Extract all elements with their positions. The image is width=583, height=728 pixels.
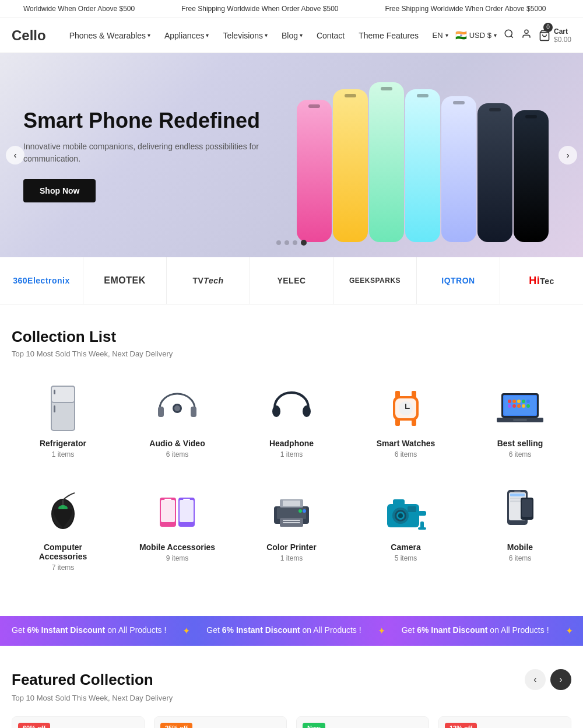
svg-rect-47 [183,499,190,500]
header-right: EN ▾ 🇮🇳 USD $ ▾ 0 Cart $0.00 [433,27,571,44]
announcement-text-2: Free Shipping Worldwide When Order Above… [158,5,361,13]
collection-item-headphone[interactable]: Headphone 1 items [240,376,343,468]
nav-appliances[interactable]: Appliances ▾ [159,26,215,45]
collection-item-camera[interactable]: Camera 5 items [354,480,457,581]
hero-dot-4[interactable] [301,240,307,246]
svg-point-33 [517,404,521,408]
chevron-down-icon: ▾ [445,32,448,38]
announcement-text-4: Free Shipping Worldwide When Order Above… [569,5,583,13]
camera-icon [384,494,428,531]
user-account-button[interactable] [521,29,532,42]
svg-rect-46 [180,500,194,522]
svg-point-29 [522,400,525,403]
flag-icon: 🇮🇳 [455,30,467,41]
hero-subtitle: Innovative mobile companions, delivering… [23,141,268,165]
svg-point-32 [512,404,516,408]
brand-iqtron[interactable]: IQTRON [417,257,500,304]
hero-dot-1[interactable] [276,240,281,245]
hero-dot-3[interactable] [293,240,297,245]
product-badge-4: 12% off [445,723,477,728]
collection-item-refrigerator[interactable]: Refrigerator 1 items [12,376,114,468]
product-card-2[interactable]: 25% off [154,716,287,728]
collection-item-audio[interactable]: Audio & Video 6 items [126,376,229,468]
collection-subtitle: Top 10 Most Sold This Week, Next Day Del… [12,349,571,358]
watch-icon [388,388,423,429]
hero-content: Smart Phone Redefined Innovative mobile … [0,85,292,225]
svg-point-61 [398,513,403,518]
brand-yelec[interactable]: YELEC [250,257,333,304]
brand-hitec[interactable]: HiTec [500,257,583,304]
product-card-1[interactable]: 60% off [12,716,145,728]
collection-item-computer-acc[interactable]: Computer Accessories 7 items [12,480,114,581]
nav-blog[interactable]: Blog ▾ [276,26,308,45]
svg-rect-69 [514,491,521,492]
featured-prev-button[interactable]: ‹ [525,669,546,690]
svg-point-12 [272,405,280,417]
collection-item-mobile[interactable]: Mobile 6 items [469,480,571,581]
search-button[interactable] [504,29,514,42]
discount-text-3: Get 6% Inant Discount on All Products ! [390,625,561,636]
headset-icon [157,388,198,429]
currency-selector[interactable]: 🇮🇳 USD $ ▾ [455,30,497,41]
svg-point-11 [174,405,180,411]
printer-icon [268,495,315,530]
announcement-marquee: Worldwide When Order Above $500 Free Shi… [0,5,583,13]
nav-televisions[interactable]: Televisions ▾ [217,26,273,45]
product-badge-2: 25% off [160,723,192,728]
featured-next-button[interactable]: › [550,669,571,690]
svg-rect-7 [54,390,55,394]
phone-accessory-icon [157,492,198,533]
discount-text-2: Get 6% Instant Discount on All Products … [195,625,373,636]
svg-rect-43 [161,500,175,522]
logo[interactable]: Cello [12,27,46,44]
product-card-4[interactable]: 12% off [438,716,571,728]
svg-point-56 [303,509,306,513]
chevron-down-icon: ▾ [206,32,209,38]
nav-contact[interactable]: Contact [311,26,350,45]
hero-image [262,53,583,257]
featured-header: Featured Collection ‹ › [12,669,571,690]
laptop-icon [497,391,543,426]
star-icon-2: ✦ [373,625,390,636]
brand-360electronix[interactable]: 360Electronix [0,257,83,304]
chevron-down-icon: ▾ [300,32,303,38]
discount-text-4: Get 6% Instant Discoun [578,625,583,636]
svg-rect-66 [418,527,426,530]
cart-button[interactable]: 0 Cart $0.00 [539,27,571,44]
nav-phones[interactable]: Phones & Wearables ▾ [64,26,156,45]
language-selector[interactable]: EN ▾ [433,31,448,40]
svg-rect-9 [191,407,196,417]
featured-subtitle: Top 10 Most Sold This Week, Next Day Del… [12,694,571,702]
discount-banner: Get 6% Instant Discount on All Products … [0,616,583,646]
collection-item-watches[interactable]: Smart Watches 6 items [354,376,457,468]
brand-geeksparks[interactable]: GEEKSPARKS [333,257,417,304]
svg-rect-63 [393,499,405,505]
svg-rect-74 [522,499,532,517]
svg-point-34 [522,404,525,408]
nav-theme-features[interactable]: Theme Features [353,26,424,45]
product-card-3[interactable]: New [296,716,429,728]
product-badge-1: 60% off [18,723,50,728]
svg-point-55 [298,509,302,513]
shop-now-button[interactable]: Shop Now [23,179,96,202]
featured-section: Featured Collection ‹ › Top 10 Most Sold… [0,646,583,728]
collection-item-mobile-acc[interactable]: Mobile Accessories 9 items [126,480,229,581]
brand-tvtech[interactable]: TVTech [167,257,250,304]
svg-line-1 [511,36,512,37]
collection-item-printer[interactable]: Color Printer 1 items [240,480,343,581]
svg-rect-8 [158,407,164,417]
hero-next-button[interactable]: › [559,146,577,164]
svg-rect-70 [510,494,525,496]
svg-rect-72 [510,501,521,502]
collection-grid-row2: Computer Accessories 7 items Mobile Acce… [12,480,571,581]
hero-dot-2[interactable] [285,240,289,245]
svg-point-2 [525,30,528,33]
announcement-text-1: Worldwide When Order Above $500 [0,5,158,13]
main-nav: Phones & Wearables ▾ Appliances ▾ Televi… [64,26,433,45]
svg-rect-62 [408,506,416,512]
svg-point-35 [526,404,530,408]
collection-item-bestselling[interactable]: Best selling 6 items [469,376,571,468]
announcement-text-3: Free Shipping Worldwide When Order Above… [361,5,569,13]
brand-emotek[interactable]: EMOTEK [83,257,167,304]
mouse-icon [45,492,80,533]
